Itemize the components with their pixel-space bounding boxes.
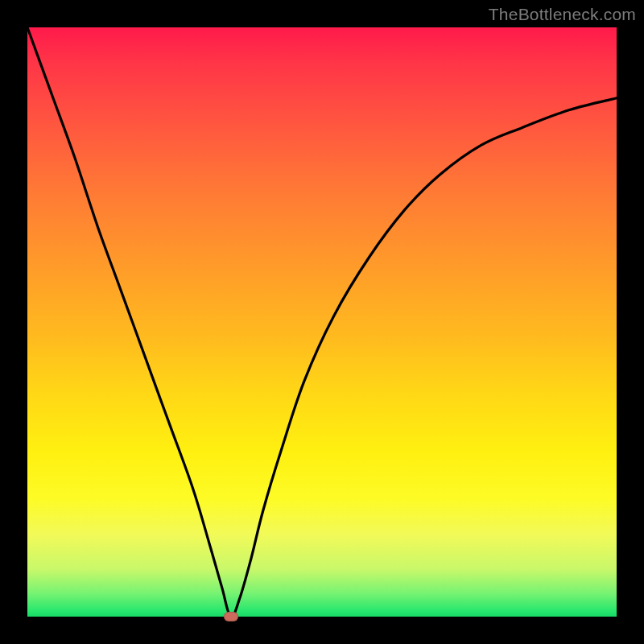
bottleneck-curve: [27, 27, 617, 617]
chart-frame: TheBottleneck.com: [0, 0, 644, 644]
watermark-text: TheBottleneck.com: [489, 5, 636, 24]
curve-minimum-marker: [224, 612, 238, 621]
plot-area: [27, 27, 617, 617]
